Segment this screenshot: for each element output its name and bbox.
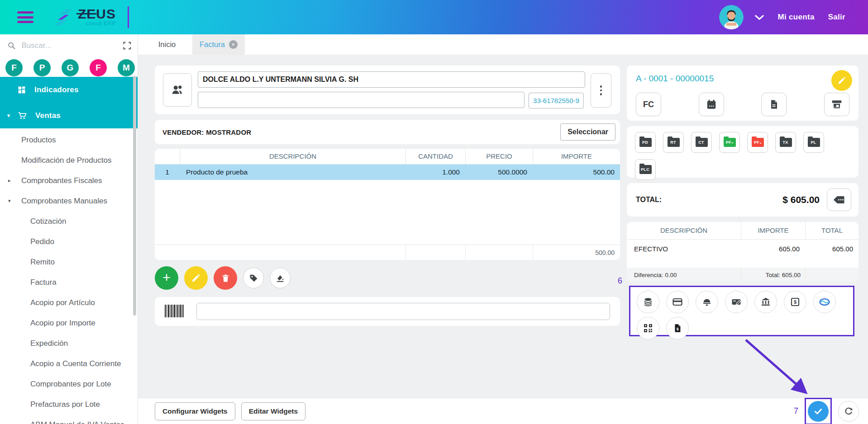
payment-widgets-panel: $ — [629, 286, 854, 336]
customer-name-input[interactable] — [198, 71, 585, 88]
topbar: ZEUS cloud ERP Mi cuenta Salir — [0, 0, 868, 34]
price-list-button[interactable] — [827, 188, 851, 211]
favorite-chip[interactable]: M — [118, 59, 135, 76]
badge-pf-green-button[interactable]: PF▾ — [719, 132, 740, 153]
menu-icon[interactable] — [17, 11, 33, 23]
badge-pl-button[interactable]: PL — [803, 132, 824, 153]
sales-receipt-widget[interactable]: $ — [666, 317, 689, 339]
cash-box-widget[interactable]: $ — [784, 291, 806, 313]
search-input[interactable] — [21, 41, 123, 51]
sidebar-item-factura[interactable]: Factura — [0, 272, 138, 292]
people-icon — [171, 83, 184, 97]
add-item-button[interactable]: + — [155, 266, 178, 290]
sidebar-item-prefacturas-por-lote[interactable]: Prefacturas por Lote — [0, 394, 138, 415]
barcode-icon — [165, 304, 185, 319]
avatar[interactable] — [719, 5, 744, 29]
sidebar-item-acopio-a-cuenta-corriente[interactable]: Acopio a Cuenta Corriente — [0, 353, 138, 374]
configure-widgets-button[interactable]: Configurar Widgets — [155, 402, 235, 420]
customer-tax-id[interactable]: 33-61782550-9 — [529, 93, 584, 108]
zeus-logo: ZEUS cloud ERP — [53, 8, 116, 27]
close-icon[interactable] — [229, 40, 238, 49]
invoice-date-button[interactable] — [699, 93, 724, 116]
chevron-down-icon[interactable] — [754, 14, 764, 20]
sidebar-item-comprobantes-fiscales[interactable]: ▸Comprobantes Fiscales — [0, 170, 138, 191]
logout-link[interactable]: Salir — [828, 13, 845, 22]
payments-card: DESCRIPCIÓN IMPORTE TOTAL EFECTIVO 605.0… — [627, 222, 858, 282]
favorite-chip[interactable]: F — [90, 59, 107, 76]
account-link[interactable]: Mi cuenta — [778, 13, 815, 22]
edit-widgets-button[interactable]: Editar Widgets — [241, 402, 305, 420]
edit-invoice-button[interactable] — [831, 70, 852, 91]
cash-coins-widget[interactable] — [637, 291, 659, 313]
expand-icon[interactable] — [123, 41, 132, 50]
col-total: TOTAL — [805, 222, 858, 239]
badge-ct-button[interactable]: CT — [691, 132, 712, 153]
badge-pf-red-button[interactable]: PF▴ — [747, 132, 768, 153]
qr-payment-widget[interactable] — [637, 317, 659, 339]
col-description: DESCRIPCIÓN — [627, 222, 741, 239]
favorite-chip[interactable]: G — [62, 59, 79, 76]
tab-bar: Inicio Factura — [138, 34, 868, 55]
tab-factura[interactable]: Factura — [192, 34, 245, 55]
badge-tx-button[interactable]: TX — [775, 132, 796, 153]
badge-plc-button[interactable]: PLC — [635, 159, 656, 180]
invoice-document-button[interactable] — [761, 93, 787, 116]
tab-inicio[interactable]: Inicio — [142, 34, 192, 55]
refresh-button[interactable] — [838, 401, 859, 422]
sidebar-item-pedido[interactable]: Pedido — [0, 231, 138, 252]
vendor-select-button[interactable]: Seleccionar — [560, 123, 615, 141]
barcode-card — [155, 297, 620, 326]
badge-rt-button[interactable]: RT — [663, 132, 684, 153]
bottom-bar: Configurar Widgets Editar Widgets 7 — [138, 398, 868, 424]
app-window: ZEUS cloud ERP Mi cuenta Salir — [0, 0, 868, 424]
sidebar-menu: Productos Modificación de Productos ▸Com… — [0, 128, 138, 424]
payments-difference: Diferencia: 0.00 — [627, 268, 741, 282]
bank-widget[interactable] — [754, 291, 777, 313]
sidebar-item-cotizacion[interactable]: Cotización — [0, 211, 138, 231]
sidebar-item-indicadores[interactable]: Indicadores — [0, 77, 138, 103]
plus-icon: + — [162, 271, 171, 284]
sidebar-item-comprobantes-por-lote[interactable]: Comprobantes por Lote — [0, 374, 138, 394]
delete-item-button[interactable] — [214, 266, 237, 290]
sidebar-item-remito[interactable]: Remito — [0, 252, 138, 272]
deposit-widget[interactable] — [696, 291, 718, 313]
apply-discount-button[interactable] — [270, 268, 291, 288]
edit-item-button[interactable] — [184, 266, 208, 290]
sidebar-item-acopio-por-importe[interactable]: Acopio por Importe — [0, 313, 138, 333]
customer-secondary-input[interactable] — [198, 92, 525, 108]
total-label: TOTAL: — [636, 196, 662, 204]
invoice-type-button[interactable]: FC — [636, 93, 661, 116]
mercadopago-widget[interactable] — [813, 291, 836, 313]
payment-row[interactable]: EFECTIVO 605.00 605.00 — [627, 240, 858, 258]
barcode-input[interactable] — [196, 303, 610, 320]
bank-icon — [760, 297, 771, 307]
total-value: $ 605.00 — [782, 194, 820, 205]
payments-total: Total: 605.00 — [741, 268, 805, 282]
check-pen-icon — [731, 297, 742, 307]
sidebar-item-productos[interactable]: Productos — [0, 130, 138, 150]
brand-name: ZEUS — [78, 8, 116, 20]
favorite-chip[interactable]: F — [5, 59, 23, 76]
customer-options-button[interactable] — [591, 73, 611, 108]
refresh-icon — [844, 406, 854, 416]
favorite-chip[interactable]: P — [33, 59, 51, 76]
sidebar-item-acopio-por-articulo[interactable]: Acopio por Artículo — [0, 292, 138, 313]
vendor-label: VENDEDOR: MOSTRADOR — [162, 128, 251, 136]
sidebar-scrollbar[interactable] — [133, 76, 136, 316]
sidebar-item-comprobantes-manuales[interactable]: ▾Comprobantes Manuales — [0, 191, 138, 211]
sidebar-item-modificacion-de-productos[interactable]: Modificación de Productos — [0, 150, 138, 170]
sidebar-item-expedicion[interactable]: Expedición — [0, 333, 138, 353]
fiscal-printer-button[interactable] — [824, 93, 849, 116]
item-tags-button[interactable] — [243, 268, 264, 288]
payments-header: DESCRIPCIÓN IMPORTE TOTAL — [627, 222, 858, 240]
sidebar-item-ventas[interactable]: ▾ Ventas — [0, 103, 138, 128]
sidebar-item-abm-manual-de-iva-ventas[interactable]: ABM Manual de IVA Ventas — [0, 415, 138, 424]
credit-card-widget[interactable] — [666, 291, 689, 313]
items-table-card: DESCRIPCIÓN CANTIDAD PRECIO IMPORTE 1 Pr… — [155, 149, 620, 260]
customer-search-button[interactable] — [163, 73, 192, 107]
badge-pd-button[interactable]: PD — [635, 132, 656, 153]
check-widget[interactable] — [725, 291, 748, 313]
content: 33-61782550-9 VENDEDOR: MOSTRADOR Selecc… — [138, 55, 868, 398]
confirm-button[interactable] — [808, 401, 829, 422]
item-row-selected[interactable]: 1 Producto de prueba 1.000 500.0000 500.… — [155, 165, 620, 180]
